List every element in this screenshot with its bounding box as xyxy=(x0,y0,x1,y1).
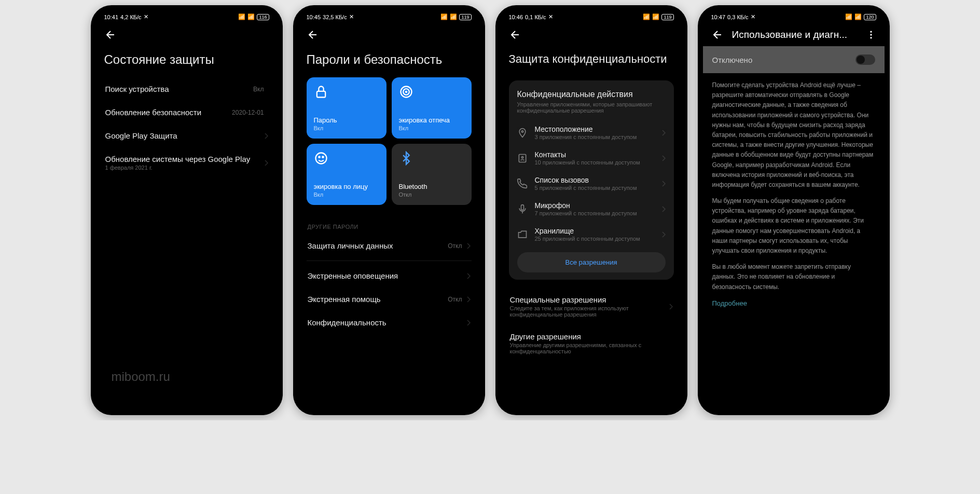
svg-point-13 xyxy=(870,37,872,38)
toggle-row: Отключено xyxy=(703,46,885,73)
chevron-right-icon xyxy=(661,130,666,136)
battery-icon: 119 xyxy=(661,14,673,20)
wifi-icon: 📶 xyxy=(652,13,659,20)
storage-icon xyxy=(517,229,528,240)
svg-point-6 xyxy=(322,157,323,158)
back-button[interactable] xyxy=(711,29,724,41)
description-text: Помогите сделать устройства Android ещё … xyxy=(711,73,876,317)
svg-point-11 xyxy=(870,31,872,33)
all-permissions-button[interactable]: Все разрешения xyxy=(517,252,666,272)
status-time: 10:41 xyxy=(104,14,119,20)
item-other-perms[interactable]: Другие разрешения Управление другими раз… xyxy=(509,325,674,354)
signal-icon: 📶 xyxy=(845,13,852,20)
phone-icon xyxy=(517,179,528,189)
svg-point-4 xyxy=(315,153,326,164)
watermark: miboom.ru xyxy=(112,369,170,384)
perm-location[interactable]: Местоположение 3 приложения с постоянным… xyxy=(517,120,666,145)
item-emergency-alerts[interactable]: Экстренные оповещения xyxy=(307,264,472,287)
chevron-right-icon xyxy=(661,181,666,187)
item-security-update[interactable]: Обновление безопасности 2020-12-01 xyxy=(104,101,269,124)
svg-rect-0 xyxy=(316,91,325,98)
section-header: ДРУГИЕ ПАРОЛИ xyxy=(307,215,472,234)
chevron-right-icon xyxy=(661,155,666,161)
back-button[interactable] xyxy=(307,29,319,41)
svg-rect-10 xyxy=(521,204,523,210)
perm-calls[interactable]: Список вызовов 5 приложений с постоянным… xyxy=(517,171,666,196)
status-speed: 32,5 КБ/с xyxy=(323,14,347,20)
face-icon xyxy=(314,151,328,166)
chevron-right-icon xyxy=(264,133,268,139)
chevron-right-icon xyxy=(466,243,471,249)
status-bar: 10:45 32,5 КБ/с ✕ 📶 📶 119 xyxy=(298,10,480,23)
svg-point-12 xyxy=(870,34,872,35)
learn-more-link[interactable]: Подробнее xyxy=(712,299,747,307)
perm-contacts[interactable]: Контакты 10 приложений с постоянным дост… xyxy=(517,145,666,171)
fingerprint-icon xyxy=(399,85,413,99)
item-find-device[interactable]: Поиск устройства Вкл xyxy=(104,77,269,101)
perm-storage[interactable]: Хранилище 25 приложений с постоянным дос… xyxy=(517,222,666,247)
toggle-switch[interactable] xyxy=(855,54,875,65)
battery-icon: 116 xyxy=(257,14,269,20)
vibrate-icon: ✕ xyxy=(548,13,553,20)
toggle-label: Отключено xyxy=(712,56,753,64)
card-title: Конфиденциальные действия xyxy=(517,90,666,99)
wifi-icon: 📶 xyxy=(450,13,457,20)
item-special-perms[interactable]: Специальные разрешения Следите за тем, к… xyxy=(509,288,674,325)
page-title: Пароли и безопасность xyxy=(298,46,480,77)
tile-fingerprint[interactable]: экировка отпеча Вкл xyxy=(392,77,472,139)
svg-point-7 xyxy=(521,130,523,132)
card-sub: Управление приложениями, которые запраши… xyxy=(517,101,666,114)
tile-bluetooth[interactable]: Bluetooth Откл xyxy=(392,144,472,205)
chevron-right-icon xyxy=(466,273,471,279)
status-speed: 4,2 КБ/с xyxy=(120,14,142,20)
lock-icon xyxy=(314,85,328,99)
signal-icon: 📶 xyxy=(238,13,245,20)
item-system-update[interactable]: Обновление системы через Google Play 1 ф… xyxy=(104,147,269,178)
status-time: 10:46 xyxy=(509,14,523,20)
phone-2: 10:45 32,5 КБ/с ✕ 📶 📶 119 Пароли и безоп… xyxy=(293,5,485,415)
wifi-icon: 📶 xyxy=(247,13,255,20)
battery-icon: 119 xyxy=(459,14,471,20)
chevron-right-icon xyxy=(264,160,268,166)
mic-icon xyxy=(517,204,528,214)
back-button[interactable] xyxy=(509,29,521,41)
svg-point-9 xyxy=(521,156,523,158)
perm-mic[interactable]: Микрофон 7 приложений с постоянным досту… xyxy=(517,196,666,222)
location-icon xyxy=(517,128,528,138)
divider xyxy=(307,260,472,261)
status-speed: 0,1 КБ/с xyxy=(525,14,546,20)
more-icon[interactable] xyxy=(866,30,876,40)
vibrate-icon: ✕ xyxy=(349,13,354,20)
back-button[interactable] xyxy=(104,29,117,41)
item-privacy[interactable]: Конфиденциальность xyxy=(307,311,472,334)
phone-1: 10:41 4,2 КБ/с ✕ 📶 📶 116 Состояние защит… xyxy=(91,5,283,415)
status-time: 10:47 xyxy=(711,14,726,20)
chevron-right-icon xyxy=(466,296,471,303)
item-emergency-help[interactable]: Экстренная помощь Откл xyxy=(307,287,472,311)
item-personal-data[interactable]: Защита личных данных Откл xyxy=(307,234,472,257)
phone-3: 10:46 0,1 КБ/с ✕ 📶 📶 119 Защита конфиден… xyxy=(495,5,687,415)
privacy-card: Конфиденциальные действия Управление при… xyxy=(509,80,674,280)
phone-4: 10:47 0,3 КБ/с ✕ 📶 📶 120 Использование и… xyxy=(698,5,890,415)
status-bar: 10:46 0,1 КБ/с ✕ 📶 📶 119 xyxy=(501,10,682,23)
status-bar: 10:47 0,3 КБ/с ✕ 📶 📶 120 xyxy=(703,10,885,23)
tile-face[interactable]: экировка по лицу Вкл xyxy=(307,144,387,205)
tile-password[interactable]: Пароль Вкл xyxy=(307,77,387,139)
status-speed: 0,3 КБ/с xyxy=(727,14,749,20)
wifi-icon: 📶 xyxy=(854,13,862,20)
item-play-protect[interactable]: Google Play Защита xyxy=(104,124,269,147)
page-title: Защита конфиденциальности xyxy=(501,46,682,76)
contacts-icon xyxy=(517,153,528,163)
signal-icon: 📶 xyxy=(440,13,448,20)
svg-point-3 xyxy=(405,91,406,92)
chevron-right-icon xyxy=(661,231,666,238)
status-time: 10:45 xyxy=(307,14,321,20)
page-title: Использование и диагн... xyxy=(732,29,858,40)
battery-icon: 120 xyxy=(864,14,876,20)
svg-point-5 xyxy=(319,157,320,158)
vibrate-icon: ✕ xyxy=(144,13,148,20)
status-bar: 10:41 4,2 КБ/с ✕ 📶 📶 116 xyxy=(96,10,278,23)
page-title: Состояние защиты xyxy=(96,46,278,77)
vibrate-icon: ✕ xyxy=(751,13,755,20)
chevron-right-icon xyxy=(661,206,666,212)
